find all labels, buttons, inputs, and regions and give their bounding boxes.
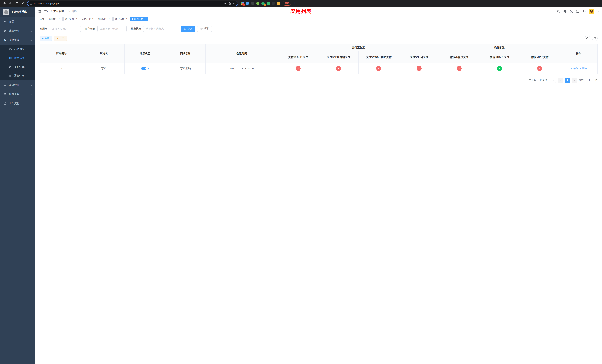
tab-close-icon[interactable]: ×	[144, 18, 147, 20]
extensions-grid-icon[interactable]: 10	[241, 2, 244, 5]
reset-button[interactable]: 重置	[197, 26, 212, 32]
refresh-table-button[interactable]	[592, 36, 598, 41]
col-header-wx-lite: 微信小程序支付	[439, 51, 479, 63]
font-size-icon[interactable]: TT	[583, 10, 586, 13]
delete-button[interactable]: 删除	[579, 67, 587, 70]
tab-label: 商户信息	[115, 17, 124, 21]
bookmark-star-icon[interactable]	[233, 2, 236, 5]
tab-close-icon[interactable]: ×	[108, 18, 111, 20]
breadcrumb-item[interactable]: 支付管理	[54, 10, 64, 13]
main-area: 首页 / 支付管理 / 应用信息 应用列表 ? TT	[35, 7, 602, 364]
github-icon[interactable]	[563, 10, 567, 13]
next-page-button[interactable]: ›	[572, 78, 577, 83]
yen-icon: ¥	[4, 39, 7, 42]
avatar-caret-icon[interactable]	[598, 11, 599, 12]
password-key-icon[interactable]	[224, 2, 226, 5]
col-header-merchant: 商户名称	[165, 44, 206, 63]
sidebar-item-system[interactable]: 系统管理	[0, 26, 35, 36]
sidebar-item-devtools[interactable]: 研发工具	[0, 90, 35, 99]
tab-close-icon[interactable]: ×	[58, 18, 61, 20]
edit-button-label: 修改	[573, 67, 578, 70]
url-text[interactable]: localhost:1024/pay/app	[34, 2, 222, 5]
extension-green-square-icon[interactable]	[267, 2, 270, 5]
site-info-icon[interactable]: i	[30, 2, 32, 5]
browser-menu-icon[interactable]: ⋮	[293, 2, 297, 5]
extension-avatar-icon[interactable]	[256, 2, 259, 5]
tab-merchant-info[interactable]: 商户信息 ×	[113, 17, 129, 21]
sidebar-item-workflow[interactable]: 工作流程	[0, 99, 35, 108]
cell-alipay-pc: ×	[318, 63, 359, 74]
sidebar-item-home[interactable]: 首页	[0, 17, 35, 26]
tags-bar: 首页 流程表单 × 用户分组 × 支付订单 × 退款订单 × 商户信息 ×	[35, 16, 602, 22]
dashboard-icon	[4, 20, 7, 23]
sidebar-item-app-info[interactable]: 应用信息	[0, 54, 35, 63]
extension-pin-icon[interactable]	[272, 2, 275, 5]
goto-label: 前往	[579, 78, 584, 82]
edit-button[interactable]: 修改	[570, 67, 578, 70]
filter-form: 应用名 商户名称 开启状态 请选择开启状态 搜索 重置	[40, 26, 598, 32]
browser-back-button[interactable]	[2, 1, 7, 6]
extension-chat-badge: 1	[264, 4, 266, 6]
status-toggle[interactable]	[141, 67, 149, 70]
app-name-input[interactable]	[50, 26, 81, 32]
tab-app-info[interactable]: 应用信息 ×	[130, 17, 148, 21]
merchant-name-input[interactable]	[97, 26, 127, 32]
export-button[interactable]: 导出	[54, 36, 67, 41]
browser-home-button[interactable]	[21, 1, 26, 6]
tab-refund-order[interactable]: 退款订单 ×	[97, 17, 113, 21]
sidebar-item-refund-order[interactable]: 退款订单	[0, 72, 35, 80]
browser-update-button[interactable]: 更新	[283, 1, 291, 6]
tab-close-icon[interactable]: ×	[75, 18, 77, 20]
search-button[interactable]: 搜索	[181, 26, 195, 32]
reload-icon	[15, 2, 18, 5]
toggle-search-button[interactable]	[585, 36, 590, 41]
breadcrumb-item[interactable]: 首页	[44, 10, 49, 13]
home-icon	[22, 2, 25, 5]
status-select[interactable]: 请选择开启状态	[143, 26, 178, 32]
chevron-down-icon	[31, 84, 32, 86]
tab-close-icon[interactable]: ×	[92, 18, 94, 20]
browser-reload-button[interactable]	[14, 1, 19, 6]
tab-pay-order[interactable]: 支付订单 ×	[80, 17, 96, 21]
goto-page-input[interactable]	[586, 78, 593, 83]
sidebar-item-infrastructure[interactable]: 基础设施	[0, 80, 35, 90]
share-icon[interactable]	[228, 2, 231, 5]
help-icon[interactable]: ?	[570, 10, 573, 13]
sidebar-item-pay-order[interactable]: 支付订单	[0, 63, 35, 72]
add-button[interactable]: + 新增	[40, 36, 52, 41]
status-badge: ×	[457, 66, 462, 71]
sidebar-logo[interactable]: 芋道管理系统	[0, 7, 35, 17]
app-shell: 芋道管理系统 首页 系统管理 ¥ 支付管理 商户信息	[0, 7, 602, 364]
sidebar-item-merchant-info[interactable]: 商户信息	[0, 45, 35, 54]
cell-actions: 修改 删除	[560, 63, 597, 74]
avatar[interactable]	[589, 9, 594, 14]
col-group-wechat: 微信配置	[439, 44, 560, 51]
wallet-icon	[9, 48, 12, 51]
extension-wechat-icon[interactable]: 1	[261, 2, 265, 5]
fullscreen-icon[interactable]	[576, 10, 580, 13]
delete-button-label: 删除	[582, 67, 587, 70]
extension-dark-icon[interactable]	[251, 2, 254, 5]
col-header-name: 应用名	[83, 44, 124, 63]
tab-close-icon[interactable]: ×	[125, 18, 128, 20]
pagination-total: 共 1 条	[528, 78, 536, 82]
sidebar-toggle-button[interactable]	[38, 10, 42, 13]
breadcrumb-item-current: 应用信息	[68, 10, 78, 13]
browser-forward-button[interactable]	[8, 1, 13, 6]
tab-user-group[interactable]: 用户分组 ×	[64, 17, 79, 21]
tab-label: 支付订单	[82, 17, 91, 21]
col-header-alipay-pc: 支付宝 PC 网站支付	[318, 51, 359, 63]
page-size-select[interactable]: 10条/页	[538, 78, 556, 83]
prev-page-button[interactable]: ‹	[558, 78, 563, 83]
address-bar[interactable]: i localhost:1024/pay/app	[27, 1, 238, 6]
page-1-button[interactable]: 1	[565, 78, 570, 83]
tab-process-form[interactable]: 流程表单 ×	[47, 17, 63, 21]
tab-home[interactable]: 首页	[38, 17, 46, 21]
extension-face-icon[interactable]	[277, 2, 280, 5]
reset-button-label: 重置	[204, 27, 209, 31]
chevron-down-icon	[31, 102, 32, 104]
search-icon[interactable]	[557, 10, 560, 13]
app-title: 芋道管理系统	[11, 10, 27, 13]
sidebar-item-pay[interactable]: ¥ 支付管理	[0, 36, 35, 45]
extension-blue-icon[interactable]	[246, 2, 249, 5]
